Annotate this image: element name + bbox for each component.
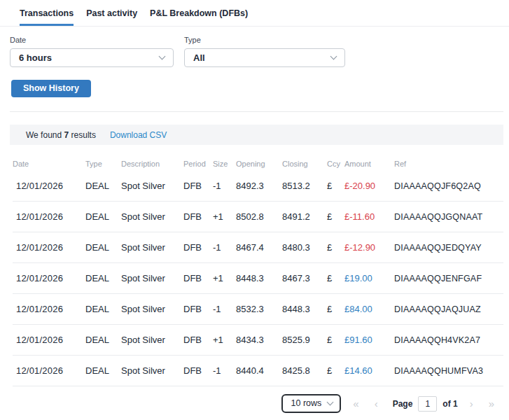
column-header-amount: Amount xyxy=(344,160,394,168)
tab-p-l-breakdown-dfbs[interactable]: P&L Breakdown (DFBs) xyxy=(150,8,248,26)
cell-ccy: £ xyxy=(327,181,344,191)
results-count: 7 xyxy=(64,130,69,140)
cell-opening: 8532.3 xyxy=(236,304,282,314)
cell-size: +1 xyxy=(213,335,236,345)
tabs: TransactionsPast activityP&L Breakdown (… xyxy=(0,0,509,27)
cell-ref: DIAAAAQQH4VK2A7 xyxy=(394,335,503,345)
column-header-ccy: Ccy xyxy=(327,160,344,168)
cell-ref: DIAAAAQQJF6Q2AQ xyxy=(394,181,503,191)
table-row: 12/01/2026DEALSpot SilverDFB-18467.48480… xyxy=(13,232,503,263)
cell-amount: £84.00 xyxy=(344,304,394,314)
table-row: 12/01/2026DEALSpot SilverDFB-18492.38513… xyxy=(13,171,503,202)
table-row: 12/01/2026DEALSpot SilverDFB+18448.38467… xyxy=(13,263,503,294)
cell-date: 12/01/2026 xyxy=(13,181,85,191)
page-number-input[interactable] xyxy=(418,396,437,412)
cell-period: DFB xyxy=(183,242,213,253)
table-body: 12/01/2026DEALSpot SilverDFB-18492.38513… xyxy=(13,171,503,386)
section-divider xyxy=(10,111,503,112)
cell-closing: 8467.3 xyxy=(282,273,327,284)
cell-date: 12/01/2026 xyxy=(13,273,85,284)
table-row: 12/01/2026DEALSpot SilverDFB+18502.88491… xyxy=(13,202,503,232)
last-page-icon[interactable]: » xyxy=(489,398,494,410)
cell-closing: 8425.8 xyxy=(282,365,327,376)
cell-description: Spot Silver xyxy=(121,273,183,284)
cell-amount: £91.60 xyxy=(344,335,394,345)
cell-ref: DIAAAAQQHUMFVA3 xyxy=(394,366,503,376)
cell-description: Spot Silver xyxy=(121,242,183,253)
date-filter-group: Date 6 hours xyxy=(10,36,174,67)
cell-ccy: £ xyxy=(327,335,344,345)
cell-size: +1 xyxy=(213,211,236,222)
type-filter-value: All xyxy=(193,52,205,63)
cell-date: 12/01/2026 xyxy=(13,211,85,222)
cell-description: Spot Silver xyxy=(121,181,183,191)
cell-opening: 8502.8 xyxy=(236,211,282,222)
cell-type: DEAL xyxy=(85,242,121,253)
cell-period: DFB xyxy=(183,273,213,284)
cell-ccy: £ xyxy=(327,365,344,376)
chevron-down-icon xyxy=(159,53,166,60)
cell-type: DEAL xyxy=(85,335,121,345)
cell-amount: £14.60 xyxy=(344,365,394,376)
cell-type: DEAL xyxy=(85,211,121,222)
cell-amount: £-12.90 xyxy=(344,242,394,253)
cell-ref: DIAAAAQQJEDQYAY xyxy=(394,243,503,253)
date-filter-value: 6 hours xyxy=(19,52,52,63)
rows-per-page-select[interactable]: 10 rows xyxy=(281,394,342,413)
tab-transactions[interactable]: Transactions xyxy=(20,8,74,26)
first-page-icon[interactable]: « xyxy=(353,398,358,410)
filters-row: Date 6 hours Type All xyxy=(0,27,509,67)
date-filter-select[interactable]: 6 hours xyxy=(10,48,174,67)
cell-description: Spot Silver xyxy=(121,335,183,345)
cell-ref: DIAAAAQQJAQJUAZ xyxy=(394,304,503,314)
cell-period: DFB xyxy=(183,181,213,191)
date-filter-label: Date xyxy=(10,36,174,44)
cell-period: DFB xyxy=(183,335,213,345)
chevron-down-icon xyxy=(327,398,334,405)
cell-date: 12/01/2026 xyxy=(13,242,85,253)
cell-type: DEAL xyxy=(85,181,121,191)
cell-opening: 8440.4 xyxy=(236,365,282,376)
cell-amount: £-20.90 xyxy=(344,181,394,191)
column-header-period: Period xyxy=(183,160,213,168)
cell-ccy: £ xyxy=(327,273,344,284)
cell-size: -1 xyxy=(213,365,236,376)
type-filter-select[interactable]: All xyxy=(184,48,345,67)
cell-opening: 8448.3 xyxy=(236,273,282,284)
cell-ccy: £ xyxy=(327,211,344,222)
cell-date: 12/01/2026 xyxy=(13,304,85,314)
cell-description: Spot Silver xyxy=(121,211,183,222)
cell-opening: 8492.3 xyxy=(236,181,282,191)
cell-closing: 8525.9 xyxy=(282,335,327,345)
column-header-description: Description xyxy=(121,160,183,168)
pagination: 10 rows « ‹ Page of 1 › » xyxy=(0,386,509,413)
transactions-panel: TransactionsPast activityP&L Breakdown (… xyxy=(0,0,509,420)
transactions-table: DateTypeDescriptionPeriodSizeOpeningClos… xyxy=(13,145,503,386)
cell-type: DEAL xyxy=(85,365,121,376)
cell-opening: 8467.4 xyxy=(236,242,282,253)
cell-closing: 8491.2 xyxy=(282,211,327,222)
type-filter-label: Type xyxy=(184,36,345,44)
cell-type: DEAL xyxy=(85,273,121,284)
next-page-icon[interactable]: › xyxy=(470,398,473,410)
column-header-date: Date xyxy=(13,160,85,168)
cell-description: Spot Silver xyxy=(121,365,183,376)
tab-past-activity[interactable]: Past activity xyxy=(86,8,137,26)
cell-opening: 8434.3 xyxy=(236,335,282,345)
cell-description: Spot Silver xyxy=(121,304,183,314)
cell-size: -1 xyxy=(213,242,236,253)
cell-amount: £-11.60 xyxy=(344,211,394,222)
cell-type: DEAL xyxy=(85,304,121,314)
column-header-closing: Closing xyxy=(282,160,327,168)
table-row: 12/01/2026DEALSpot SilverDFB+18434.38525… xyxy=(13,325,503,356)
page-of-label: of 1 xyxy=(442,399,457,409)
cell-period: DFB xyxy=(183,365,213,376)
prev-page-icon[interactable]: ‹ xyxy=(375,398,378,410)
table-row: 12/01/2026DEALSpot SilverDFB-18440.48425… xyxy=(13,356,503,386)
column-header-size: Size xyxy=(213,160,236,168)
download-csv-link[interactable]: Download CSV xyxy=(110,130,167,140)
cell-ref: DIAAAAQQJGQNAAT xyxy=(394,212,503,222)
chevron-down-icon xyxy=(330,53,337,60)
cell-date: 12/01/2026 xyxy=(13,335,85,345)
show-history-button[interactable]: Show History xyxy=(11,80,91,97)
